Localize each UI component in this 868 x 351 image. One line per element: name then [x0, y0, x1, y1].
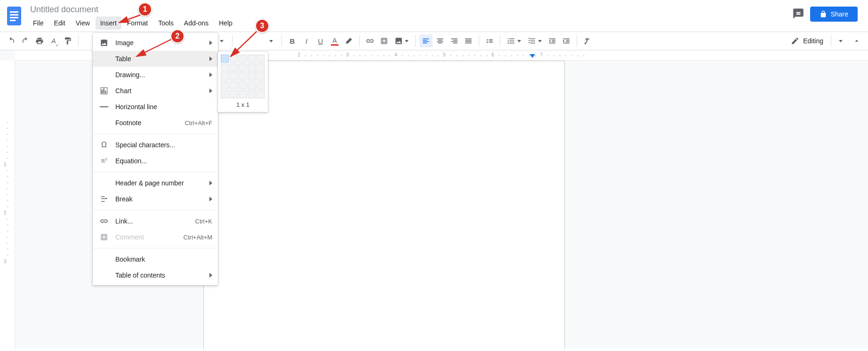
menu-item-label: Footnote — [115, 119, 178, 127]
table-picker-cell[interactable] — [230, 81, 238, 89]
collapse-toolbar-icon[interactable] — [850, 34, 863, 48]
table-picker-cell[interactable] — [239, 55, 247, 63]
menu-format[interactable]: Format — [122, 16, 153, 30]
numbered-list-icon[interactable] — [504, 34, 524, 48]
print-icon[interactable] — [33, 34, 46, 48]
align-right-icon[interactable] — [448, 34, 461, 48]
table-picker-cell[interactable] — [248, 81, 256, 89]
ruler-tick-label: 5 — [443, 52, 446, 57]
indent-increase-icon[interactable] — [560, 34, 573, 48]
font-size-dropdown-caret-icon[interactable] — [265, 34, 278, 48]
table-picker-cell[interactable] — [248, 64, 256, 72]
line-spacing-icon[interactable] — [483, 34, 496, 48]
submenu-arrow-icon — [209, 72, 212, 77]
add-comment-icon[interactable] — [378, 34, 391, 48]
redo-icon[interactable] — [19, 34, 32, 48]
table-picker-cell[interactable] — [257, 64, 265, 72]
menu-item-label: Comment — [115, 233, 177, 241]
insert-menu-break[interactable]: Break — [93, 191, 218, 207]
insert-menu-header-page-number[interactable]: Header & page number — [93, 175, 218, 191]
insert-menu-table-of-contents[interactable]: Table of contents — [93, 267, 218, 283]
share-button[interactable]: Share — [810, 7, 858, 22]
table-picker-cell[interactable] — [230, 55, 238, 63]
insert-image-icon[interactable] — [392, 34, 411, 48]
editing-mode-button[interactable]: Editing — [786, 35, 828, 47]
menu-addons[interactable]: Add-ons — [179, 16, 213, 30]
table-picker-cell[interactable] — [221, 90, 229, 98]
insert-menu-special-characters[interactable]: ΩSpecial characters... — [93, 137, 218, 153]
text-color-icon[interactable]: A — [328, 34, 341, 48]
align-justify-icon[interactable] — [462, 34, 475, 48]
menu-tools[interactable]: Tools — [153, 16, 178, 30]
annotation-callout-2: 2 — [170, 29, 185, 43]
align-left-icon[interactable] — [419, 34, 433, 48]
vruler-tick-label: 3 — [4, 259, 7, 264]
insert-menu-panel: ImageTableDrawing...ChartHorizontal line… — [93, 33, 218, 285]
table-picker-cell[interactable] — [221, 55, 229, 63]
separator — [577, 35, 577, 47]
table-picker-cell[interactable] — [257, 90, 265, 98]
insert-menu-image[interactable]: Image — [93, 35, 218, 51]
vertical-ruler[interactable]: 123 — [0, 61, 15, 349]
table-picker-cell[interactable] — [221, 81, 229, 89]
insert-menu-drawing[interactable]: Drawing... — [93, 67, 218, 83]
table-size-picker[interactable]: 1 x 1 — [218, 52, 268, 112]
italic-icon[interactable]: I — [300, 34, 313, 48]
insert-menu-footnote[interactable]: FootnoteCtrl+Alt+F — [93, 115, 218, 131]
paint-format-icon[interactable] — [61, 34, 74, 48]
table-picker-cell[interactable] — [257, 81, 265, 89]
open-comments-icon[interactable] — [792, 8, 804, 21]
table-picker-cell[interactable] — [239, 81, 247, 89]
insert-menu-horizontal-line[interactable]: Horizontal line — [93, 99, 218, 115]
table-size-caption: 1 x 1 — [221, 101, 265, 108]
table-picker-cell[interactable] — [239, 90, 247, 98]
table-picker-cell[interactable] — [239, 72, 247, 80]
menu-insert[interactable]: Insert — [96, 16, 121, 30]
table-picker-cell[interactable] — [257, 72, 265, 80]
underline-icon[interactable]: U — [314, 34, 327, 48]
insert-menu-bookmark[interactable]: Bookmark — [93, 251, 218, 267]
align-center-icon[interactable] — [434, 34, 447, 48]
break-icon — [99, 195, 109, 203]
table-picker-cell[interactable] — [230, 90, 238, 98]
insert-menu-equation[interactable]: π2Equation... — [93, 153, 218, 169]
menu-view[interactable]: View — [71, 16, 95, 30]
menu-help[interactable]: Help — [214, 16, 237, 30]
separator — [479, 35, 479, 47]
table-picker-cell[interactable] — [239, 64, 247, 72]
first-line-indent-marker[interactable] — [530, 54, 535, 58]
editing-mode-label: Editing — [803, 37, 823, 45]
share-label: Share — [831, 10, 848, 18]
svg-rect-3 — [10, 17, 18, 18]
svg-rect-0 — [7, 7, 21, 25]
menu-item-label: Bookmark — [115, 255, 212, 263]
table-picker-cell[interactable] — [230, 64, 238, 72]
separator — [359, 35, 360, 47]
insert-link-icon[interactable] — [363, 34, 377, 48]
table-picker-cell[interactable] — [230, 72, 238, 80]
ruler-tick-label: 7 — [540, 52, 543, 57]
menu-file[interactable]: File — [28, 16, 48, 30]
table-picker-cell[interactable] — [257, 55, 265, 63]
menu-item-label: Table of contents — [115, 271, 203, 279]
insert-menu-chart[interactable]: Chart — [93, 83, 218, 99]
table-picker-cell[interactable] — [221, 64, 229, 72]
docs-logo-icon[interactable] — [6, 5, 23, 27]
insert-menu-table[interactable]: Table — [93, 51, 218, 67]
table-picker-cell[interactable] — [221, 72, 229, 80]
editing-mode-dropdown-icon[interactable] — [834, 34, 847, 48]
table-picker-cell[interactable] — [248, 90, 256, 98]
table-picker-cell[interactable] — [248, 72, 256, 80]
bulleted-list-icon[interactable] — [525, 34, 545, 48]
highlight-icon[interactable] — [342, 34, 355, 48]
insert-menu-link[interactable]: Link...Ctrl+K — [93, 213, 218, 229]
undo-icon[interactable] — [5, 34, 18, 48]
spellcheck-icon[interactable]: A✓ — [47, 34, 60, 48]
menu-edit[interactable]: Edit — [49, 16, 70, 30]
table-picker-cell[interactable] — [248, 55, 256, 63]
indent-decrease-icon[interactable] — [546, 34, 559, 48]
menu-separator — [93, 248, 218, 248]
ruler-tick-label: 6 — [491, 52, 494, 57]
bold-icon[interactable]: B — [286, 34, 299, 48]
clear-formatting-icon[interactable] — [581, 34, 594, 48]
